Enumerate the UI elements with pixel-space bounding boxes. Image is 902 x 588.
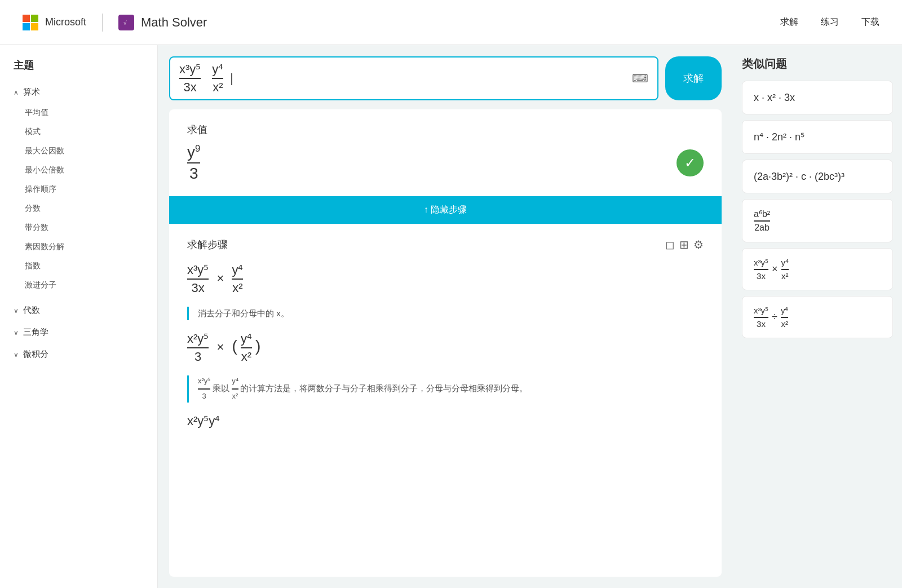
sidebar-group-label-trig: 三角学 — [23, 327, 48, 338]
paren-close: ) — [255, 337, 260, 355]
microsoft-logo — [23, 15, 38, 30]
chevron-right-icon-calculus: ∨ — [14, 351, 19, 359]
sidebar-title: 主题 — [0, 59, 157, 81]
sidebar-item-average[interactable]: 平均值 — [0, 103, 157, 122]
similar-item-4[interactable]: x³y⁵ 3x × y⁴ x² — [742, 248, 893, 290]
result-panel: 求值 y9 3 ✓ ↑ 隐藏步骤 求解步骤 — [169, 109, 722, 577]
similar-item-5[interactable]: x³y⁵ 3x ÷ y⁴ x² — [742, 296, 893, 338]
sidebar-item-mode[interactable]: 模式 — [0, 122, 157, 142]
similar-title: 类似问题 — [742, 56, 893, 72]
similar-item-1[interactable]: n⁴ · 2n² · n⁵ — [742, 120, 893, 154]
answer-section: 求值 y9 3 ✓ — [169, 109, 722, 196]
similar-item-2[interactable]: (2a·3b²)² · c · (2bc³)³ — [742, 160, 893, 193]
logo-area: Microsoft √ Math Solver — [23, 14, 207, 32]
header-nav: 求解 练习 下载 — [780, 16, 879, 28]
steps-view-icons: ◻ ⊞ ⚙ — [665, 238, 704, 251]
nav-solve[interactable]: 求解 — [780, 16, 798, 28]
sidebar-item-mixed[interactable]: 带分数 — [0, 218, 157, 237]
expr-frac1: x³y⁵ 3x — [179, 62, 201, 95]
sidebar-item-prime[interactable]: 素因数分解 — [0, 237, 157, 257]
multi-page-icon[interactable]: ⊞ — [679, 238, 689, 251]
result-expression: y9 3 ✓ — [187, 143, 704, 183]
math-expression-display: x³y⁵ 3x y⁴ x² | — [179, 62, 632, 95]
sidebar-group-label-arithmetic: 算术 — [23, 87, 40, 98]
chevron-right-icon-trig: ∨ — [14, 329, 19, 337]
keyboard-icon[interactable]: ⌨ — [632, 72, 648, 85]
sidebar-group-label-calculus: 微积分 — [23, 349, 48, 360]
result-label: 求值 — [187, 123, 704, 136]
nav-download[interactable]: 下载 — [861, 16, 879, 28]
similar-item-3[interactable]: a⁶b² 2ab — [742, 199, 893, 242]
sidebar-group-algebra[interactable]: ∨ 代数 — [0, 299, 157, 321]
sidebar-item-exponents[interactable]: 指数 — [0, 257, 157, 276]
similar-item-0[interactable]: x · x² · 3x — [742, 81, 893, 114]
multiply-sign-1: × — [216, 271, 224, 285]
step2-note: x²y⁵ 3 乘以 y⁴ x² 的计算方法是，将两数分子与分子相乘得到分子，分母… — [187, 375, 704, 403]
single-page-icon[interactable]: ◻ — [665, 238, 675, 251]
svg-text:√: √ — [123, 20, 127, 26]
chevron-right-icon-algebra: ∨ — [14, 307, 19, 315]
brand-name: Microsoft — [45, 16, 86, 28]
result-math: y9 3 — [187, 143, 200, 183]
expr-frac2: y⁴ x² — [212, 62, 223, 95]
steps-title: 求解步骤 — [187, 238, 228, 251]
steps-section: 求解步骤 ◻ ⊞ ⚙ x³y⁵ 3x × y⁴ — [169, 224, 722, 453]
nav-practice[interactable]: 练习 — [821, 16, 839, 28]
sidebar-item-gcd[interactable]: 最大公因数 — [0, 142, 157, 161]
main-content: x³y⁵ 3x y⁴ x² | ⌨ 求解 — [158, 45, 733, 588]
solve-button[interactable]: 求解 — [665, 56, 722, 100]
header-divider — [102, 14, 103, 32]
step1-note: 消去分子和分母中的 x。 — [187, 307, 704, 320]
header: Microsoft √ Math Solver 求解 练习 下载 — [0, 0, 902, 45]
sidebar-item-fractions[interactable]: 分数 — [0, 199, 157, 218]
app-icon: √ — [118, 15, 134, 30]
multiply-sign-2: × — [216, 340, 224, 354]
sidebar-item-order[interactable]: 操作顺序 — [0, 180, 157, 199]
step2-note-text: x²y⁵ 3 乘以 y⁴ x² 的计算方法是，将两数分子与分子相乘得到分子，分母… — [198, 383, 528, 393]
app-title: Math Solver — [141, 15, 207, 30]
sidebar-group-trig[interactable]: ∨ 三角学 — [0, 321, 157, 343]
search-input-wrapper[interactable]: x³y⁵ 3x y⁴ x² | ⌨ — [169, 56, 658, 100]
paren-open: ( — [232, 337, 237, 355]
right-panel: 类似问题 x · x² · 3x n⁴ · 2n² · n⁵ (2a·3b²)²… — [733, 45, 902, 588]
sidebar-group-label-algebra: 代数 — [23, 305, 40, 316]
sidebar: 主题 ∧ 算术 平均值 模式 最大公因数 最小公倍数 操作顺序 分数 带分数 素… — [0, 45, 158, 588]
toggle-steps-bar[interactable]: ↑ 隐藏步骤 — [169, 196, 722, 224]
search-bar-container: x³y⁵ 3x y⁴ x² | ⌨ 求解 — [169, 56, 722, 100]
step2-expression: x²y⁵ 3 × ( y⁴ x² ) — [187, 331, 704, 364]
correct-indicator: ✓ — [676, 149, 704, 176]
cursor-indicator: | — [230, 71, 233, 86]
steps-header: 求解步骤 ◻ ⊞ ⚙ — [187, 238, 704, 251]
sidebar-group-calculus[interactable]: ∨ 微积分 — [0, 343, 157, 365]
main-layout: 主题 ∧ 算术 平均值 模式 最大公因数 最小公倍数 操作顺序 分数 带分数 素… — [0, 45, 902, 588]
settings-icon[interactable]: ⚙ — [693, 238, 704, 251]
sidebar-group-arithmetic[interactable]: ∧ 算术 — [0, 81, 157, 103]
step1-expression: x³y⁵ 3x × y⁴ x² — [187, 263, 704, 295]
step3-expression: x²y⁵y⁴ — [187, 414, 704, 428]
sidebar-item-lcm[interactable]: 最小公倍数 — [0, 161, 157, 180]
chevron-down-icon: ∧ — [14, 89, 19, 96]
sidebar-item-radical[interactable]: 激进分子 — [0, 276, 157, 295]
sidebar-group-arithmetic-items: 平均值 模式 最大公因数 最小公倍数 操作顺序 分数 带分数 素因数分解 指数 … — [0, 103, 157, 295]
